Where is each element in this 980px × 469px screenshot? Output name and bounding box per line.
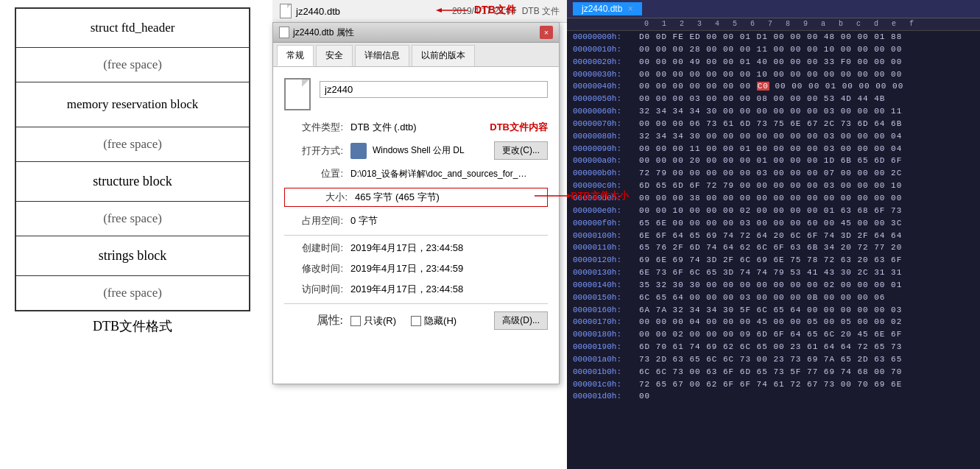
- block-mem-reservation: memory reservation block: [16, 82, 249, 127]
- tab-previous-versions[interactable]: 以前的版本: [412, 45, 475, 66]
- hex-address: 00000070h:: [573, 119, 639, 130]
- dtb-format-caption: DTB文件格式: [93, 317, 172, 335]
- hex-bytes: 00 00 00 38 00 00 00 00 00 00 00 00 00 0…: [639, 193, 974, 204]
- prop-label-modified: 修改时间:: [284, 262, 343, 275]
- attr-label: 属性:: [284, 313, 343, 328]
- hex-content-area: 00000000h:D0 0D FE ED 00 00 01 D1 00 00 …: [567, 31, 980, 469]
- prop-value-location: D:\018_设备树详解\doc_and_sources_for_device_…: [350, 168, 527, 180]
- hex-address: 00000110h:: [573, 242, 639, 253]
- hex-bytes: 6E 73 6F 6C 65 3D 74 74 79 53 41 43 30 2…: [639, 267, 974, 278]
- hex-row: 000001d0h:00: [567, 390, 980, 403]
- hex-titlebar: jz2440.dtb ×: [567, 0, 980, 18]
- hex-address: 00000120h:: [573, 255, 639, 266]
- left-panel: struct ftd_header (free space) memory re…: [0, 0, 272, 469]
- hex-bytes: 00 00 00 00 00 00 00 10 00 00 00 00 00 0…: [639, 69, 974, 80]
- hex-bytes: 6A 7A 32 34 34 30 5F 6C 65 64 00 00 00 0…: [639, 305, 974, 316]
- hex-bytes: 32 34 34 30 00 00 00 00 00 00 00 03 00 0…: [639, 131, 974, 142]
- hidden-checkbox[interactable]: [411, 316, 421, 326]
- hex-row: 00000190h:6D 70 61 74 69 62 6C 65 00 23 …: [567, 341, 980, 353]
- hex-tab-close[interactable]: ×: [628, 4, 633, 14]
- hex-address: 00000050h:: [573, 94, 639, 105]
- hex-row: 00000020h:00 00 00 49 00 00 01 40 00 00 …: [567, 56, 980, 68]
- hex-bytes: 00 00 00 00 00 00 00 C0 00 00 00 01 00 0…: [639, 81, 974, 92]
- hex-row: 000000f0h:65 6E 00 00 00 00 03 00 00 00 …: [567, 217, 980, 230]
- block-ftd-header: struct ftd_header: [16, 9, 249, 48]
- hex-address: 000000f0h:: [573, 218, 639, 229]
- prop-value-type: DTB 文件 (.dtb): [350, 121, 482, 134]
- prop-modified: 修改时间: 2019年4月17日，23:44:59: [284, 262, 548, 275]
- open-with-text: Windows Shell 公用 DL: [373, 144, 488, 157]
- hex-address: 00000090h:: [573, 144, 639, 155]
- prop-label-open-with: 打开方式:: [284, 144, 343, 158]
- hex-row: 00000040h:00 00 00 00 00 00 00 C0 00 00 …: [567, 80, 980, 93]
- prop-created: 创建时间: 2019年4月17日，23:44:58: [284, 241, 548, 255]
- hex-address: 00000080h:: [573, 131, 639, 142]
- hex-file-tab[interactable]: jz2440.dtb ×: [573, 2, 642, 15]
- advanced-button[interactable]: 高级(D)...: [494, 311, 548, 330]
- hex-address: 00000180h:: [573, 329, 639, 340]
- hex-address: 000001b0h:: [573, 367, 639, 378]
- hex-row: 00000150h:6C 65 64 00 00 00 03 00 00 00 …: [567, 292, 980, 304]
- readonly-checkbox[interactable]: [350, 316, 361, 326]
- readonly-label: 只读(R): [364, 314, 396, 328]
- annotation-dtb-file: DTB文件: [474, 4, 516, 17]
- tab-details[interactable]: 详细信息: [355, 45, 409, 66]
- hex-row: 00000050h:00 00 00 03 00 00 00 08 00 00 …: [567, 93, 980, 105]
- prop-label-created: 创建时间:: [284, 241, 343, 255]
- change-open-with-button[interactable]: 更改(C)...: [494, 141, 548, 160]
- dialog-close-button[interactable]: ×: [540, 26, 553, 39]
- prop-value-disk: 0 字节: [350, 214, 548, 228]
- hex-row: 000000d0h:00 00 00 38 00 00 00 00 00 00 …: [567, 192, 980, 205]
- hex-row: 00000130h:6E 73 6F 6C 65 3D 74 74 79 53 …: [567, 267, 980, 279]
- prop-label-access: 访问时间:: [284, 283, 343, 296]
- hex-row: 00000070h:00 00 00 06 73 61 6D 73 75 6E …: [567, 118, 980, 130]
- hex-row: 000000a0h:00 00 00 20 00 00 00 01 00 00 …: [567, 155, 980, 167]
- hex-address: 00000190h:: [573, 342, 639, 353]
- prop-access: 访问时间: 2019年4月17日，23:44:58: [284, 283, 548, 296]
- hex-address: 00000130h:: [573, 267, 639, 278]
- hex-bytes: 35 32 30 30 00 00 00 00 00 00 00 02 00 0…: [639, 280, 974, 291]
- readonly-checkbox-item: 只读(R): [350, 314, 396, 328]
- block-free4: (free space): [16, 276, 249, 310]
- block-free3: (free space): [16, 202, 249, 236]
- top-bar-filename: jz2440.dtb: [296, 6, 340, 17]
- hex-row: 00000060h:32 34 34 34 30 00 00 00 00 00 …: [567, 105, 980, 118]
- block-free1: (free space): [16, 48, 249, 82]
- hex-row: 00000140h:35 32 30 30 00 00 00 00 00 00 …: [567, 279, 980, 292]
- prop-size: 大小: 465 字节 (465 字节): [284, 188, 548, 207]
- hex-row: 00000180h:00 00 02 00 00 00 09 6D 6F 64 …: [567, 328, 980, 341]
- hex-column-headers: 0 1 2 3 4 5 6 7 8 9 a b c d e f: [567, 18, 980, 31]
- file-icon-small: [280, 4, 292, 18]
- prop-file-type: 文件类型: DTB 文件 (.dtb) DTB文件内容: [284, 121, 548, 134]
- prop-value-size: 465 字节 (465 字节): [355, 191, 543, 204]
- tab-security[interactable]: 安全: [316, 45, 353, 66]
- prop-value-created: 2019年4月17日，23:44:58: [350, 241, 548, 255]
- hex-bytes: 00: [639, 391, 974, 402]
- hex-address: 00000000h:: [573, 32, 639, 43]
- hex-row: 00000090h:00 00 00 11 00 00 01 00 00 00 …: [567, 143, 980, 155]
- hex-row: 00000160h:6A 7A 32 34 34 30 5F 6C 65 64 …: [567, 304, 980, 317]
- hex-bytes: 6D 70 61 74 69 62 6C 65 00 23 61 64 64 7…: [639, 342, 974, 353]
- filename-input[interactable]: [320, 81, 548, 98]
- hex-row: 00000120h:69 6E 69 74 3D 2F 6C 69 6E 75 …: [567, 254, 980, 267]
- hex-row: 000001c0h:72 65 67 00 62 6F 6F 74 61 72 …: [567, 378, 980, 391]
- hex-bytes: 72 65 67 00 62 6F 6F 74 61 72 67 73 00 7…: [639, 379, 974, 390]
- hex-address: 00000160h:: [573, 305, 639, 316]
- tab-general[interactable]: 常规: [277, 45, 314, 66]
- hex-address: 000000e0h:: [573, 205, 639, 216]
- attr-row: 属性: 只读(R) 隐藏(H) 高级(D)...: [284, 311, 548, 330]
- open-with-icon: [350, 143, 367, 159]
- hex-bytes: D0 0D FE ED 00 00 01 D1 00 00 00 48 00 0…: [639, 32, 974, 43]
- hex-bytes: 65 6E 00 00 00 00 03 00 00 00 60 00 45 0…: [639, 218, 974, 229]
- hex-row: 000000b0h:72 79 00 00 00 00 00 03 00 00 …: [567, 167, 980, 180]
- hex-bytes: 6C 6C 73 00 63 6F 6D 65 73 5F 77 69 74 6…: [639, 367, 974, 378]
- hex-address: 000001a0h:: [573, 354, 639, 365]
- dialog-titlebar: jz2440.dtb 属性 ×: [273, 23, 559, 43]
- hex-address: 00000060h:: [573, 106, 639, 117]
- hex-row: 00000110h:65 76 2F 6D 74 64 62 6C 6F 63 …: [567, 241, 980, 254]
- hex-row: 000000c0h:6D 65 6D 6F 72 79 00 00 00 00 …: [567, 180, 980, 192]
- hex-row: 00000030h:00 00 00 00 00 00 00 10 00 00 …: [567, 68, 980, 81]
- dtb-structure-diagram: struct ftd_header (free space) memory re…: [15, 7, 250, 311]
- hex-bytes: 00 00 02 00 00 00 09 6D 6F 64 65 6C 20 4…: [639, 329, 974, 340]
- hex-bytes: 32 34 34 34 30 00 00 00 00 00 00 03 00 0…: [639, 106, 974, 117]
